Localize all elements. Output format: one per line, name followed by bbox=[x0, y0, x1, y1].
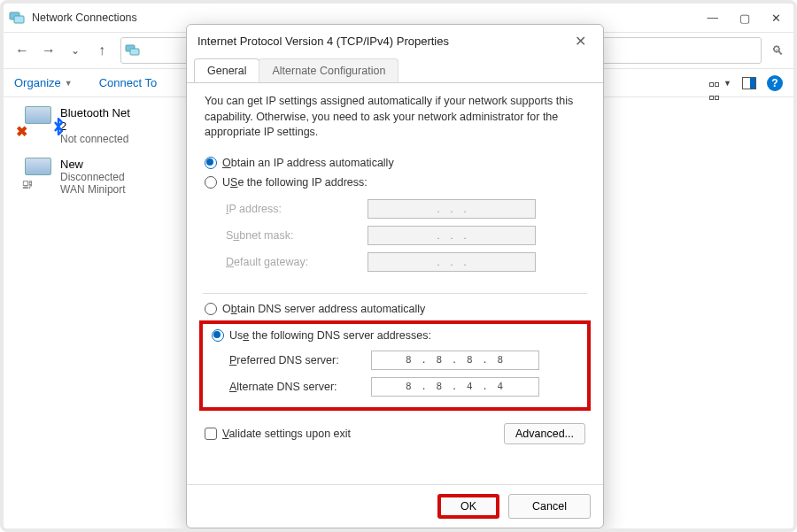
connection-name: Bluetooth Net bbox=[60, 106, 130, 120]
grid-icon bbox=[709, 77, 722, 89]
field-alternate-dns: Alternate DNS server: 8 . 8 . 4 . 4 bbox=[229, 374, 578, 400]
connect-to-menu[interactable]: Connect To bbox=[99, 76, 158, 89]
explorer-title: Network Connections bbox=[32, 12, 137, 24]
radio-ip-auto[interactable]: Obtain an IP address automatically bbox=[205, 157, 585, 169]
dialog-titlebar: Internet Protocol Version 4 (TCP/IPv4) P… bbox=[187, 25, 603, 57]
cancel-button[interactable]: Cancel bbox=[508, 494, 591, 519]
dialog-footer: OK Cancel bbox=[187, 484, 603, 528]
radio-icon bbox=[212, 329, 224, 342]
forward-button[interactable]: → bbox=[35, 37, 62, 64]
help-button[interactable]: ? bbox=[767, 75, 783, 91]
close-button[interactable]: ✕ bbox=[771, 12, 781, 25]
radio-ip-manual[interactable]: USe the following IP address: bbox=[205, 176, 585, 189]
connection-name: New bbox=[60, 158, 126, 171]
minimize-button[interactable]: — bbox=[708, 12, 719, 25]
maximize-button[interactable]: ▢ bbox=[739, 12, 750, 25]
dialog-close-button[interactable]: ✕ bbox=[568, 33, 592, 50]
input-default-gateway: ... bbox=[368, 252, 536, 272]
field-preferred-dns: Preferred DNS server: 8 . 8 . 8 . 8 bbox=[229, 347, 578, 374]
back-button[interactable]: ← bbox=[9, 37, 35, 64]
svg-rect-3 bbox=[130, 49, 139, 55]
radio-icon bbox=[205, 157, 217, 169]
field-ip-address: IP address: ... bbox=[226, 196, 585, 222]
ok-button[interactable]: OK bbox=[437, 494, 499, 519]
tab-general[interactable]: General bbox=[194, 58, 259, 82]
radio-dns-auto[interactable]: Obtain DNS server address automatically bbox=[205, 303, 585, 315]
advanced-button[interactable]: Advanced... bbox=[504, 423, 585, 444]
radio-icon bbox=[205, 176, 217, 189]
layout-view-button[interactable]: ▼ bbox=[709, 77, 731, 89]
wan-connection-icon: 🖳 bbox=[19, 158, 53, 189]
connection-status: Not connected bbox=[60, 133, 130, 145]
connection-status: Disconnected bbox=[60, 171, 126, 183]
ipv4-properties-dialog: Internet Protocol Version 4 (TCP/IPv4) P… bbox=[186, 24, 604, 528]
dialog-tabs: General Alternate Configuration bbox=[187, 58, 603, 83]
svg-rect-1 bbox=[14, 16, 24, 23]
recent-dropdown[interactable]: ⌄ bbox=[62, 37, 89, 64]
disconnected-x-icon: ✖ bbox=[16, 123, 27, 140]
connection-line2: 2 bbox=[60, 120, 130, 133]
input-ip-address: ... bbox=[368, 199, 536, 219]
bluetooth-connection-icon: ✖ bbox=[19, 106, 53, 138]
validate-label: Validate settings upon exit bbox=[222, 428, 351, 440]
dialog-description: You can get IP settings assigned automat… bbox=[205, 94, 585, 141]
input-alternate-dns[interactable]: 8 . 8 . 4 . 4 bbox=[371, 377, 539, 397]
input-subnet-mask: ... bbox=[368, 226, 536, 245]
network-connections-icon bbox=[9, 10, 25, 26]
field-subnet-mask: Subnet mask: ... bbox=[226, 222, 585, 249]
field-default-gateway: Default gateway: ... bbox=[226, 249, 585, 275]
organize-menu[interactable]: Organize▼ bbox=[14, 76, 73, 89]
radio-dns-manual[interactable]: Use the following DNS server addresses: bbox=[212, 329, 578, 342]
dialog-title: Internet Protocol Version 4 (TCP/IPv4) P… bbox=[197, 35, 449, 48]
address-network-icon bbox=[125, 42, 141, 58]
up-button[interactable]: ↑ bbox=[89, 37, 115, 64]
input-preferred-dns[interactable]: 8 . 8 . 8 . 8 bbox=[371, 351, 539, 370]
bluetooth-icon bbox=[51, 118, 66, 140]
server-icon: 🖳 bbox=[21, 177, 34, 191]
preview-pane-button[interactable] bbox=[742, 77, 756, 89]
radio-icon bbox=[205, 303, 217, 315]
dns-highlight-box: Use the following DNS server addresses: … bbox=[199, 320, 591, 411]
search-icon[interactable]: 🔍︎ bbox=[767, 43, 788, 58]
connection-device: WAN Miniport bbox=[60, 183, 126, 196]
tab-alternate-configuration[interactable]: Alternate Configuration bbox=[259, 58, 398, 82]
checkbox-validate-on-exit[interactable] bbox=[205, 428, 217, 440]
